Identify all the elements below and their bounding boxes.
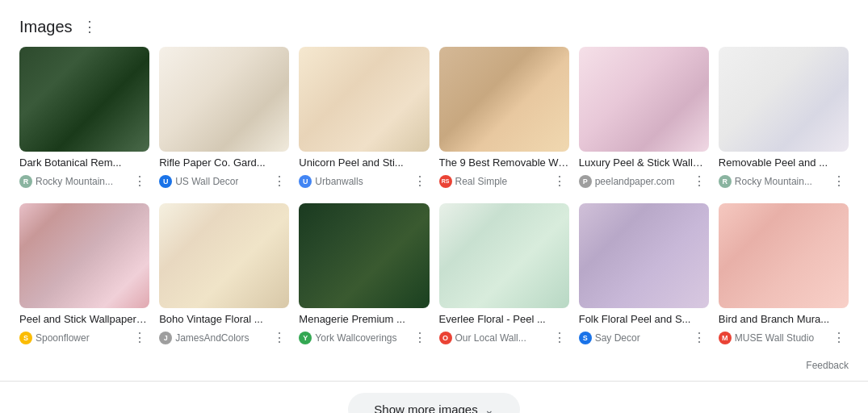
page-header: Images ⋮ [0, 0, 868, 47]
favicon-card-8: J [159, 332, 172, 344]
favicon-card-2: U [159, 175, 172, 188]
source-name-card-5: peelandpaper.com [595, 176, 675, 187]
source-row-card-12: MMUSE Wall Studio⋮ [719, 328, 849, 347]
image-card-card-6[interactable]: Removable Peel and ...RRocky Mountain...… [719, 47, 849, 190]
source-info-card-6: RRocky Mountain... [719, 175, 812, 188]
image-thumb-card-7 [19, 203, 149, 308]
image-thumb-card-6 [719, 47, 849, 152]
image-thumb-card-1 [19, 47, 149, 152]
image-title-card-3: Unicorn Peel and Sti... [299, 156, 429, 170]
source-info-card-8: JJamesAndColors [159, 332, 249, 344]
image-title-card-6: Removable Peel and ... [719, 156, 849, 170]
source-row-card-1: RRocky Mountain...⋮ [19, 172, 149, 190]
source-info-card-2: UUS Wall Decor [159, 175, 238, 188]
source-row-card-2: UUS Wall Decor⋮ [159, 172, 289, 190]
image-card-card-7[interactable]: Peel and Stick Wallpaper | Spoonfl...SSp… [19, 203, 149, 347]
source-info-card-5: Ppeelandpaper.com [579, 175, 675, 188]
card-more-icon-card-5[interactable]: ⋮ [690, 172, 709, 190]
image-title-card-4: The 9 Best Removable Wallpa... [439, 156, 569, 170]
chevron-down-icon: ⌄ [484, 403, 494, 413]
images-grid: Dark Botanical Rem...RRocky Mountain...⋮… [0, 47, 868, 360]
favicon-card-4: RS [439, 175, 452, 188]
favicon-card-10: O [439, 332, 452, 344]
favicon-card-6: R [719, 175, 732, 188]
source-info-card-1: RRocky Mountain... [19, 175, 113, 188]
card-more-icon-card-1[interactable]: ⋮ [130, 172, 149, 190]
show-more-button[interactable]: Show more images ⌄ [348, 393, 519, 413]
source-row-card-5: Ppeelandpaper.com⋮ [579, 172, 709, 190]
source-row-card-6: RRocky Mountain...⋮ [719, 172, 849, 190]
source-row-card-11: SSay Decor⋮ [579, 328, 709, 347]
image-thumb-card-9 [299, 203, 429, 308]
image-title-card-7: Peel and Stick Wallpaper | Spoonfl... [19, 312, 149, 327]
card-more-icon-card-8[interactable]: ⋮ [270, 328, 289, 347]
favicon-card-1: R [19, 175, 32, 188]
image-card-card-2[interactable]: Rifle Paper Co. Gard...UUS Wall Decor⋮ [159, 47, 289, 190]
more-options-icon[interactable]: ⋮ [79, 15, 100, 39]
card-more-icon-card-6[interactable]: ⋮ [829, 172, 849, 190]
source-name-card-3: Urbanwalls [315, 176, 363, 187]
image-title-card-1: Dark Botanical Rem... [19, 156, 149, 170]
image-thumb-card-4 [439, 47, 569, 152]
image-title-card-5: Luxury Peel & Stick Wallpaper... [579, 156, 709, 170]
image-card-card-1[interactable]: Dark Botanical Rem...RRocky Mountain...⋮ [19, 47, 149, 190]
image-title-card-11: Folk Floral Peel and S... [579, 312, 709, 327]
source-info-card-11: SSay Decor [579, 332, 640, 344]
source-row-card-9: YYork Wallcoverings⋮ [299, 328, 429, 347]
source-row-card-3: UUrbanwalls⋮ [299, 172, 429, 190]
image-row-1: Dark Botanical Rem...RRocky Mountain...⋮… [19, 47, 849, 190]
image-thumb-card-3 [299, 47, 429, 152]
show-more-label: Show more images [374, 403, 477, 413]
image-thumb-card-8 [159, 203, 289, 308]
source-name-card-7: Spoonflower [36, 332, 90, 344]
image-title-card-12: Bird and Branch Mura... [719, 312, 849, 327]
source-name-card-9: York Wallcoverings [315, 332, 396, 344]
card-more-icon-card-12[interactable]: ⋮ [829, 328, 849, 347]
card-more-icon-card-11[interactable]: ⋮ [690, 328, 709, 347]
image-card-card-12[interactable]: Bird and Branch Mura...MMUSE Wall Studio… [719, 203, 849, 347]
source-name-card-2: US Wall Decor [175, 176, 238, 187]
feedback-link[interactable]: Feedback [806, 360, 849, 371]
source-info-card-4: RSReal Simple [439, 175, 508, 188]
source-row-card-10: OOur Local Wall...⋮ [439, 328, 569, 347]
image-thumb-card-11 [579, 203, 709, 308]
source-info-card-7: SSpoonflower [19, 332, 90, 344]
card-more-icon-card-3[interactable]: ⋮ [410, 172, 430, 190]
source-info-card-9: YYork Wallcoverings [299, 332, 396, 344]
card-more-icon-card-9[interactable]: ⋮ [410, 328, 430, 347]
image-title-card-8: Boho Vintage Floral ... [159, 312, 289, 327]
image-thumb-card-2 [159, 47, 289, 152]
card-more-icon-card-2[interactable]: ⋮ [270, 172, 289, 190]
source-name-card-12: MUSE Wall Studio [735, 332, 814, 344]
image-title-card-9: Menagerie Premium ... [299, 312, 429, 327]
image-card-card-8[interactable]: Boho Vintage Floral ...JJamesAndColors⋮ [159, 203, 289, 347]
favicon-card-11: S [579, 332, 592, 344]
image-card-card-4[interactable]: The 9 Best Removable Wallpa...RSReal Sim… [439, 47, 569, 190]
source-row-card-4: RSReal Simple⋮ [439, 172, 569, 190]
source-info-card-3: UUrbanwalls [299, 175, 363, 188]
image-thumb-card-12 [719, 203, 849, 308]
image-thumb-card-5 [579, 47, 709, 152]
image-card-card-3[interactable]: Unicorn Peel and Sti...UUrbanwalls⋮ [299, 47, 429, 190]
image-row-2: Peel and Stick Wallpaper | Spoonfl...SSp… [19, 203, 849, 347]
image-card-card-5[interactable]: Luxury Peel & Stick Wallpaper...Ppeeland… [579, 47, 709, 190]
source-info-card-10: OOur Local Wall... [439, 332, 526, 344]
favicon-card-12: M [719, 332, 732, 344]
source-name-card-1: Rocky Mountain... [36, 176, 113, 187]
show-more-container: Show more images ⌄ [0, 382, 868, 413]
card-more-icon-card-10[interactable]: ⋮ [550, 328, 569, 347]
source-name-card-6: Rocky Mountain... [735, 176, 812, 187]
image-title-card-2: Rifle Paper Co. Gard... [159, 156, 289, 170]
image-title-card-10: Everlee Floral - Peel ... [439, 312, 569, 327]
image-card-card-9[interactable]: Menagerie Premium ...YYork Wallcoverings… [299, 203, 429, 347]
feedback-row: Feedback [0, 360, 868, 374]
source-name-card-11: Say Decor [595, 332, 640, 344]
page-title: Images [19, 18, 73, 36]
card-more-icon-card-4[interactable]: ⋮ [550, 172, 569, 190]
image-card-card-10[interactable]: Everlee Floral - Peel ...OOur Local Wall… [439, 203, 569, 347]
card-more-icon-card-7[interactable]: ⋮ [130, 328, 149, 347]
source-name-card-8: JamesAndColors [175, 332, 249, 344]
image-card-card-11[interactable]: Folk Floral Peel and S...SSay Decor⋮ [579, 203, 709, 347]
image-thumb-card-10 [439, 203, 569, 308]
source-row-card-7: SSpoonflower⋮ [19, 328, 149, 347]
